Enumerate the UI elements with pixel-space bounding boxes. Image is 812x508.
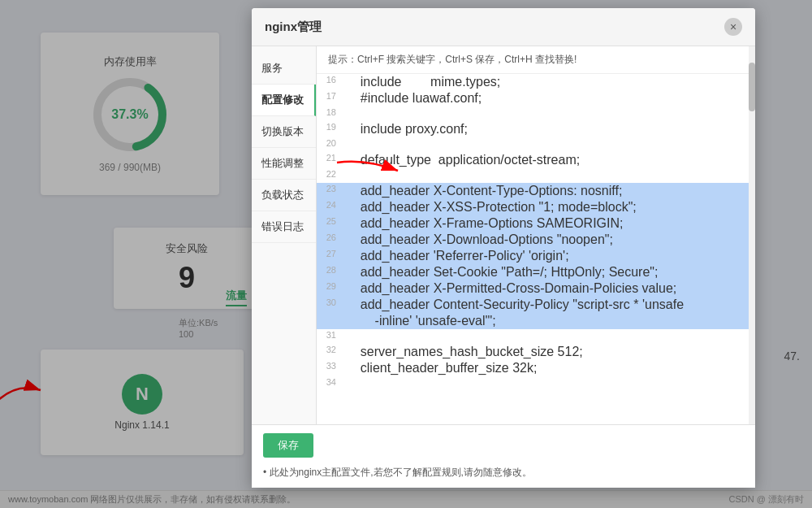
line-content: default_type application/octet-stream; bbox=[343, 152, 749, 168]
modal-content: 提示：Ctrl+F 搜索关键字，Ctrl+S 保存，Ctrl+H 查找替换! 1… bbox=[317, 46, 749, 424]
modal-header: nginx管理 × bbox=[252, 8, 755, 46]
line-content bbox=[343, 329, 749, 331]
code-line: 17 #include luawaf.conf; bbox=[317, 90, 749, 106]
line-content: client_header_buffer_size 32k; bbox=[343, 360, 749, 376]
line-number: 16 bbox=[317, 74, 343, 85]
line-number: 28 bbox=[317, 264, 343, 275]
line-content: add_header X-Permitted-Cross-Domain-Poli… bbox=[343, 280, 749, 297]
code-line: 30 add_header Content-Security-Policy "s… bbox=[317, 297, 749, 313]
line-content: add_header 'Referrer-Policy' 'origin'; bbox=[343, 248, 749, 264]
line-number: 25 bbox=[317, 215, 343, 226]
line-number: 22 bbox=[317, 168, 343, 179]
line-content: #include luawaf.conf; bbox=[343, 90, 749, 106]
line-number: 32 bbox=[317, 344, 343, 354]
sidebar-nav-item[interactable]: 负载状态 bbox=[252, 180, 316, 211]
line-content: add_header X-Content-Type-Options: nosni… bbox=[343, 183, 749, 199]
code-line: 32 server_names_hash_bucket_size 512; bbox=[317, 344, 749, 360]
sidebar-nav-item[interactable]: 切换版本 bbox=[252, 116, 316, 148]
modal-body: 服务配置修改切换版本性能调整负载状态错误日志 提示：Ctrl+F 搜索关键字，C… bbox=[252, 46, 755, 424]
line-content bbox=[343, 376, 749, 378]
code-line: 27 add_header 'Referrer-Policy' 'origin'… bbox=[317, 248, 749, 264]
line-content bbox=[343, 106, 749, 108]
line-number bbox=[317, 313, 343, 314]
line-content bbox=[343, 168, 749, 170]
line-content: add_header X-Frame-Options SAMEORIGIN; bbox=[343, 215, 749, 232]
code-line: 18 bbox=[317, 106, 749, 121]
modal-sidebar: 服务配置修改切换版本性能调整负载状态错误日志 bbox=[252, 46, 317, 424]
code-line: 34 bbox=[317, 376, 749, 391]
code-line: 33 client_header_buffer_size 32k; bbox=[317, 360, 749, 376]
line-number: 27 bbox=[317, 248, 343, 258]
code-line: 28 add_header Set-Cookie "Path=/; HttpOn… bbox=[317, 264, 749, 280]
line-content: -inline' 'unsafe-eval'"; bbox=[343, 313, 749, 329]
line-number: 20 bbox=[317, 137, 343, 148]
modal-note: 此处为nginx主配置文件,若您不了解配置规则,请勿随意修改。 bbox=[263, 466, 744, 480]
line-number: 26 bbox=[317, 232, 343, 242]
line-number: 23 bbox=[317, 183, 343, 193]
code-lines: 16 include mime.types;17 #include luawaf… bbox=[317, 74, 749, 391]
line-content bbox=[343, 137, 749, 139]
line-content: include proxy.conf; bbox=[343, 121, 749, 137]
line-content: add_header X-Download-Options "noopen"; bbox=[343, 232, 749, 248]
line-number: 19 bbox=[317, 121, 343, 132]
code-line: 29 add_header X-Permitted-Cross-Domain-P… bbox=[317, 280, 749, 297]
sidebar-nav-item[interactable]: 配置修改 bbox=[252, 85, 316, 116]
code-line: 21 default_type application/octet-stream… bbox=[317, 152, 749, 168]
line-content: add_header Set-Cookie "Path=/; HttpOnly;… bbox=[343, 264, 749, 280]
hint-bar: 提示：Ctrl+F 搜索关键字，Ctrl+S 保存，Ctrl+H 查找替换! bbox=[317, 46, 749, 74]
modal-close-button[interactable]: × bbox=[724, 18, 742, 36]
code-line: 20 bbox=[317, 137, 749, 152]
nginx-modal: nginx管理 × 服务配置修改切换版本性能调整负载状态错误日志 提示：Ctrl… bbox=[252, 8, 755, 488]
code-editor[interactable]: 16 include mime.types;17 #include luawaf… bbox=[317, 74, 749, 424]
line-number: 21 bbox=[317, 152, 343, 163]
line-number: 18 bbox=[317, 106, 343, 117]
scrollbar-thumb[interactable] bbox=[749, 63, 755, 111]
line-content: server_names_hash_bucket_size 512; bbox=[343, 344, 749, 360]
code-line: 25 add_header X-Frame-Options SAMEORIGIN… bbox=[317, 215, 749, 232]
line-content: add_header Content-Security-Policy "scri… bbox=[343, 297, 749, 313]
save-button[interactable]: 保存 bbox=[263, 433, 313, 458]
line-content: include mime.types; bbox=[343, 74, 749, 90]
line-content: add_header X-XSS-Protection "1; mode=blo… bbox=[343, 199, 749, 215]
line-number: 17 bbox=[317, 90, 343, 101]
code-line: 22 bbox=[317, 168, 749, 183]
line-number: 29 bbox=[317, 280, 343, 291]
modal-footer: 保存 此处为nginx主配置文件,若您不了解配置规则,请勿随意修改。 bbox=[252, 424, 755, 488]
line-number: 30 bbox=[317, 297, 343, 307]
sidebar-nav-item[interactable]: 服务 bbox=[252, 53, 316, 85]
code-line: 19 include proxy.conf; bbox=[317, 121, 749, 137]
code-line: -inline' 'unsafe-eval'"; bbox=[317, 313, 749, 329]
line-number: 24 bbox=[317, 199, 343, 210]
sidebar-nav-item[interactable]: 性能调整 bbox=[252, 148, 316, 180]
code-line: 31 bbox=[317, 329, 749, 344]
line-number: 33 bbox=[317, 360, 343, 371]
code-line: 16 include mime.types; bbox=[317, 74, 749, 90]
sidebar-nav-item[interactable]: 错误日志 bbox=[252, 211, 316, 243]
modal-title: nginx管理 bbox=[265, 20, 322, 35]
line-number: 34 bbox=[317, 376, 343, 387]
modal-scrollbar[interactable] bbox=[749, 46, 755, 424]
code-line: 24 add_header X-XSS-Protection "1; mode=… bbox=[317, 199, 749, 215]
code-line: 26 add_header X-Download-Options "noopen… bbox=[317, 232, 749, 248]
code-line: 23 add_header X-Content-Type-Options: no… bbox=[317, 183, 749, 199]
line-number: 31 bbox=[317, 329, 343, 340]
